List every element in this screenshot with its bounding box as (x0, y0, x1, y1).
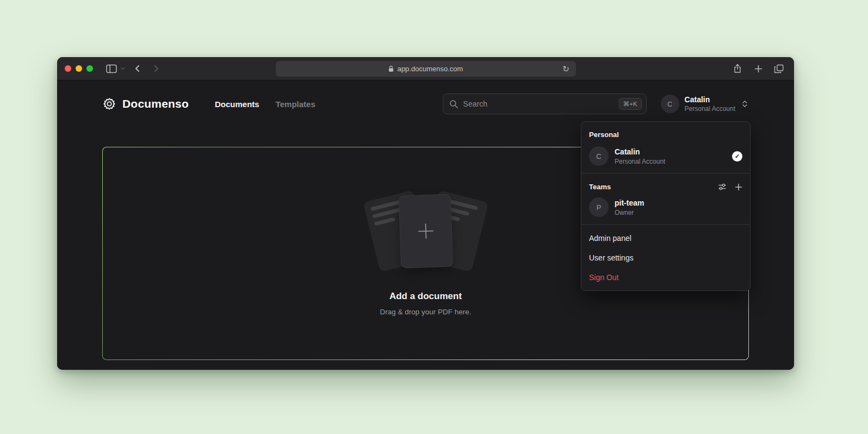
nav-templates[interactable]: Templates (276, 100, 315, 109)
main-nav: Documents Templates (215, 100, 315, 109)
avatar: C (661, 95, 679, 113)
menu-divider (581, 224, 750, 225)
manage-teams-button[interactable] (718, 183, 727, 191)
tab-overview-button[interactable] (771, 61, 786, 76)
account-dropdown-menu: Personal C Catalin Personal Account ✓ Te… (581, 121, 751, 291)
tabs-icon (774, 64, 784, 73)
nav-documents[interactable]: Documents (215, 100, 259, 109)
search-placeholder: Search (463, 100, 487, 108)
chevron-down-icon (121, 67, 125, 70)
document-stack-illustration (363, 191, 488, 274)
avatar: C (589, 146, 609, 166)
app-header: Documenso Documents Templates Search ⌘+K… (57, 80, 794, 114)
toolbar-right-group (730, 61, 786, 76)
personal-account-item[interactable]: C Catalin Personal Account ✓ (581, 143, 750, 169)
browser-window: app.documenso.com ↻ (57, 57, 794, 370)
team-name: pit-team (615, 199, 644, 207)
team-role: Owner (615, 209, 644, 216)
search-input[interactable]: Search ⌘+K (443, 94, 647, 114)
sidebar-toggle-button[interactable] (104, 61, 119, 76)
app-page: Documenso Documents Templates Search ⌘+K… (57, 80, 794, 370)
browser-toolbar: app.documenso.com ↻ (57, 57, 794, 80)
plus-icon (754, 65, 762, 73)
brand-logo[interactable]: Documenso (102, 97, 189, 111)
zoom-window-button[interactable] (86, 65, 93, 72)
sidebar-menu-chevron[interactable] (119, 63, 127, 75)
personal-account-name: Catalin (615, 147, 665, 156)
teams-section-header: Teams (581, 177, 750, 194)
avatar: P (589, 197, 609, 217)
url-text: app.documenso.com (398, 65, 463, 73)
account-name: Catalin (685, 95, 735, 104)
new-tab-button[interactable] (751, 61, 766, 76)
chevron-right-icon (152, 64, 160, 73)
share-button[interactable] (730, 61, 745, 76)
menu-divider (581, 173, 750, 173)
documenso-logo-icon (102, 97, 116, 111)
chevron-up-down-icon (741, 100, 749, 108)
share-icon (733, 64, 742, 73)
traffic-lights (65, 65, 93, 72)
personal-account-subtitle: Personal Account (615, 158, 665, 165)
lock-icon (388, 65, 394, 72)
document-card-front (399, 194, 452, 268)
account-menu-button[interactable]: C Catalin Personal Account (661, 95, 749, 113)
refresh-icon: ↻ (562, 64, 569, 74)
refresh-button[interactable]: ↻ (560, 61, 573, 77)
address-bar[interactable]: app.documenso.com ↻ (276, 61, 576, 77)
menu-item-admin-panel[interactable]: Admin panel (581, 228, 750, 248)
team-item-text: pit-team Owner (615, 199, 644, 216)
teams-section-label: Teams (589, 183, 611, 191)
personal-account-text: Catalin Personal Account (615, 147, 665, 165)
brand-name: Documenso (122, 97, 189, 110)
sidebar-icon (106, 64, 117, 73)
add-team-button[interactable] (735, 183, 742, 191)
sliders-icon (718, 183, 727, 191)
teams-actions (718, 183, 742, 191)
close-window-button[interactable] (65, 65, 71, 72)
dropzone-subtitle: Drag & drop your PDF here. (380, 308, 471, 316)
team-item[interactable]: P pit-team Owner (581, 194, 750, 220)
plus-icon (735, 183, 742, 191)
back-button[interactable] (130, 61, 145, 76)
minimize-window-button[interactable] (76, 65, 82, 72)
account-subtitle: Personal Account (685, 105, 735, 113)
add-plus-icon (416, 221, 435, 240)
selected-check-icon: ✓ (732, 151, 742, 162)
dropzone-title: Add a document (389, 291, 462, 302)
search-shortcut-badge: ⌘+K (619, 98, 642, 110)
forward-button[interactable] (148, 61, 164, 76)
menu-item-user-settings[interactable]: User settings (581, 248, 750, 268)
chevron-left-icon (133, 64, 142, 73)
personal-section-label: Personal (581, 124, 750, 143)
menu-item-sign-out[interactable]: Sign Out (581, 268, 750, 287)
account-text: Catalin Personal Account (685, 95, 735, 113)
search-icon (449, 100, 458, 109)
